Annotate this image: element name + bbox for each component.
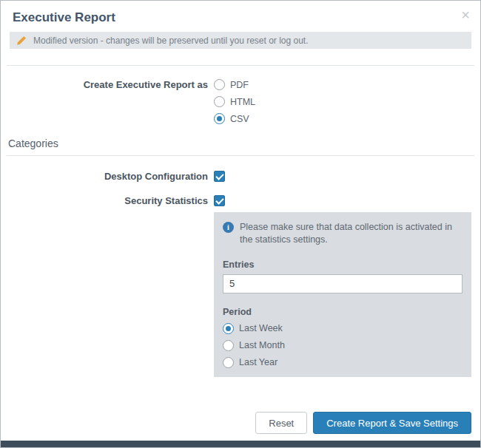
executive-report-dialog: Executive Report × Modified version - ch… xyxy=(0,0,481,448)
desktop-configuration-label: Desktop Configuration xyxy=(1,171,208,182)
desktop-configuration-checkbox[interactable] xyxy=(214,171,225,182)
last-year-radio[interactable] xyxy=(223,357,234,368)
categories-heading: Categories xyxy=(8,138,480,149)
desktop-configuration-row: Desktop Configuration xyxy=(1,171,480,182)
page-background-strip xyxy=(1,441,480,447)
period-options: Last Week Last Month Last Year xyxy=(223,323,462,368)
period-label: Period xyxy=(223,307,462,317)
last-month-radio[interactable] xyxy=(223,340,234,351)
radio-option-last-month[interactable]: Last Month xyxy=(223,340,462,351)
radio-option-last-week[interactable]: Last Week xyxy=(223,323,462,334)
notice-text: Modified version - changes will be prese… xyxy=(33,35,309,46)
close-icon[interactable]: × xyxy=(461,7,470,22)
security-statistics-checkbox[interactable] xyxy=(214,195,225,206)
radio-option-csv[interactable]: CSV xyxy=(214,113,255,124)
dialog-footer: Reset Create Report & Save Settings xyxy=(1,412,480,441)
report-format-row: Create Executive Report as PDF HTML CSV xyxy=(1,66,480,124)
csv-radio[interactable] xyxy=(214,113,225,124)
pdf-radio[interactable] xyxy=(214,79,225,90)
pencil-icon xyxy=(16,35,27,46)
last-month-radio-label: Last Month xyxy=(239,340,285,350)
create-report-save-settings-button[interactable]: Create Report & Save Settings xyxy=(313,412,471,434)
security-statistics-row: Security Statistics xyxy=(1,195,480,206)
divider xyxy=(7,155,474,156)
radio-option-html[interactable]: HTML xyxy=(214,96,255,107)
info-message: i Please make sure that data collection … xyxy=(223,221,462,246)
dialog-header: Executive Report × xyxy=(1,1,480,32)
dialog-title: Executive Report xyxy=(13,10,468,25)
info-text: Please make sure that data collection is… xyxy=(240,221,462,246)
last-week-radio-label: Last Week xyxy=(239,323,283,333)
csv-radio-label: CSV xyxy=(230,114,249,124)
last-year-radio-label: Last Year xyxy=(239,357,278,367)
security-statistics-label: Security Statistics xyxy=(1,195,208,206)
last-week-radio[interactable] xyxy=(223,323,234,334)
modified-version-notice: Modified version - changes will be prese… xyxy=(10,32,471,49)
report-format-label: Create Executive Report as xyxy=(1,79,208,90)
html-radio[interactable] xyxy=(214,96,225,107)
info-icon: i xyxy=(223,222,234,233)
radio-option-last-year[interactable]: Last Year xyxy=(223,357,462,368)
report-format-options: PDF HTML CSV xyxy=(214,79,255,124)
reset-button[interactable]: Reset xyxy=(255,412,307,434)
statistics-settings-panel: i Please make sure that data collection … xyxy=(214,212,471,377)
pdf-radio-label: PDF xyxy=(230,80,249,90)
entries-input[interactable] xyxy=(223,274,462,293)
entries-label: Entries xyxy=(223,259,462,270)
radio-option-pdf[interactable]: PDF xyxy=(214,79,255,90)
html-radio-label: HTML xyxy=(230,97,255,107)
